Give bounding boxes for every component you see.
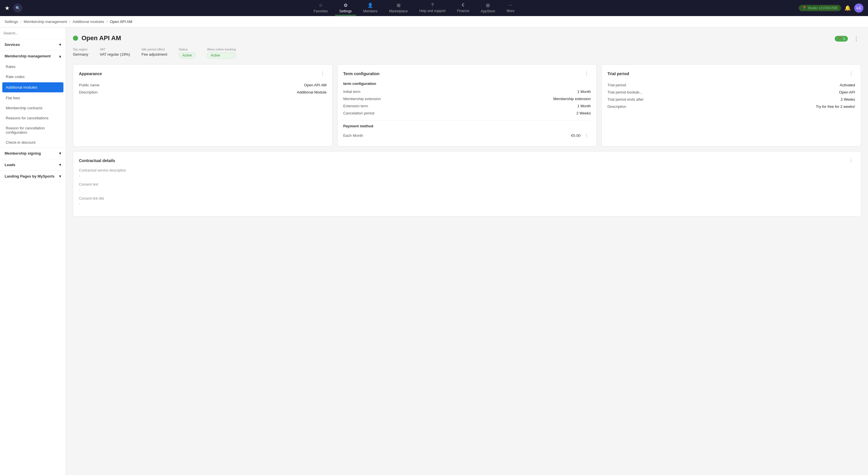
page-more-button[interactable]: ⋮ bbox=[851, 34, 861, 43]
trial-period-value: Activated bbox=[840, 83, 855, 87]
payment-frequency-label: Each Month bbox=[343, 133, 363, 138]
term-card-divider bbox=[343, 120, 591, 121]
breadcrumb-additional-modules[interactable]: Additional modules bbox=[73, 20, 104, 24]
breadcrumb-sep-3: / bbox=[106, 20, 107, 24]
nav-finance-label: Finance bbox=[457, 9, 469, 13]
nav-members-label: Members bbox=[363, 9, 377, 13]
breadcrumb-settings[interactable]: Settings bbox=[5, 20, 18, 24]
membership-management-chevron-icon: ▴ bbox=[59, 54, 61, 58]
initial-term-row: Initial term 1 Month bbox=[343, 88, 591, 95]
page-header-left: Open API AM bbox=[73, 34, 121, 42]
payment-row: Each Month €5.00 ⋮ bbox=[343, 131, 591, 141]
meta-tax-region: Tax region Germany bbox=[73, 47, 88, 59]
consent-text-value: - bbox=[79, 188, 855, 192]
sidebar-item-reason-config[interactable]: Reason for cancellation configuration bbox=[0, 123, 66, 137]
consent-link-label: Consent link title bbox=[79, 197, 855, 201]
sidebar-search-input[interactable] bbox=[3, 31, 62, 35]
nav-right-section: 📍 Studio 1210001590 🔔 LC bbox=[799, 3, 863, 12]
membership-signing-chevron-icon: ▾ bbox=[59, 151, 61, 156]
page-header-right: 📍 1 ⋮ bbox=[835, 34, 861, 43]
trial-period-label: Trial period bbox=[608, 83, 626, 87]
studio-badge[interactable]: 📍 Studio 1210001590 bbox=[799, 5, 841, 11]
breadcrumb-membership-management[interactable]: Membership management bbox=[24, 20, 67, 24]
sidebar-item-flat-fees[interactable]: Flat fees bbox=[0, 93, 66, 103]
trial-description-row: Description Try for free for 2 weeks! bbox=[608, 103, 855, 110]
sidebar-item-membership-contracts[interactable]: Membership contracts bbox=[0, 103, 66, 113]
trial-period-card-header: Trial period ⋮ bbox=[608, 70, 855, 77]
extension-term-value: 1 Month bbox=[577, 104, 591, 108]
sidebar-section-services: Services ▾ bbox=[0, 39, 66, 50]
sidebar-section-membership-signing: Membership signing ▾ bbox=[0, 148, 66, 159]
page-header: Open API AM 📍 1 ⋮ bbox=[73, 34, 861, 43]
avatar[interactable]: LC bbox=[854, 3, 863, 12]
contractual-service-desc-value: - bbox=[79, 173, 855, 178]
nav-marketplace[interactable]: ⊞ Marketplace bbox=[384, 1, 412, 15]
nav-favorites-label: Favorites bbox=[314, 9, 328, 13]
sidebar-item-rate-codes[interactable]: Rate codes bbox=[0, 72, 66, 82]
public-name-value: Open API AM bbox=[304, 83, 327, 87]
trial-ends-row: Trial period ends after 2 Weeks bbox=[608, 96, 855, 103]
finance-icon: € bbox=[462, 3, 464, 8]
location-pin-icon: 📍 bbox=[838, 37, 842, 41]
trial-period-card-title: Trial period bbox=[608, 71, 629, 76]
term-config-card-menu-button[interactable]: ⋮ bbox=[583, 70, 591, 77]
sidebar-membership-management-header[interactable]: Membership management ▴ bbox=[0, 50, 66, 62]
term-config-section-title: term configuration bbox=[343, 81, 591, 86]
notifications-button[interactable]: 🔔 bbox=[844, 5, 851, 11]
nav-items: ☆ Favorites ⚙ Settings 👤 Members ⊞ Marke… bbox=[29, 1, 799, 15]
trial-bookable-value: Open API bbox=[839, 90, 855, 94]
nav-appstore[interactable]: ⊞ AppStore bbox=[476, 1, 500, 15]
meta-tax-region-value: Germany bbox=[73, 52, 88, 57]
sidebar-item-rates[interactable]: Rates bbox=[0, 62, 66, 72]
breadcrumb-open-api-am: Open API AM bbox=[110, 20, 132, 24]
membership-extension-row: Membership extension Membership extensio… bbox=[343, 95, 591, 102]
global-search-button[interactable]: 🔍 bbox=[13, 3, 22, 12]
badge-count-value: 1 bbox=[843, 37, 845, 41]
trial-ends-value: 2 Weeks bbox=[841, 97, 855, 102]
consent-text-group: Consent text - bbox=[79, 182, 855, 192]
nav-more-label: More bbox=[507, 9, 515, 13]
meta-status: Status Active bbox=[179, 47, 196, 59]
sidebar-search-container bbox=[0, 28, 66, 39]
count-badge: 📍 1 bbox=[835, 36, 848, 42]
term-config-card: Term configuration ⋮ term configuration … bbox=[337, 64, 597, 146]
meta-tax-region-label: Tax region bbox=[73, 47, 88, 51]
sidebar-item-additional-modules[interactable]: Additional modules bbox=[2, 82, 63, 92]
sidebar-membership-signing-header[interactable]: Membership signing ▾ bbox=[0, 148, 66, 159]
nav-finance[interactable]: € Finance bbox=[453, 1, 474, 15]
nav-more[interactable]: ··· More bbox=[502, 1, 519, 15]
payment-method-title: Payment method bbox=[343, 124, 591, 128]
meta-vat: VAT VAT regular (19%) bbox=[100, 47, 130, 59]
nav-help[interactable]: ? Help and support bbox=[415, 1, 450, 15]
sidebar-services-header[interactable]: Services ▾ bbox=[0, 39, 66, 50]
sidebar-leads-header[interactable]: Leads ▾ bbox=[0, 159, 66, 170]
contractual-card-menu-button[interactable]: ⋮ bbox=[847, 157, 855, 164]
sidebar-item-reasons-cancellations[interactable]: Reasons for cancellations bbox=[0, 113, 66, 123]
nav-settings[interactable]: ⚙ Settings bbox=[335, 1, 356, 15]
sidebar-section-membership-management: Membership management ▴ Rates Rate codes… bbox=[0, 50, 66, 148]
appearance-public-name-row: Public name Open API AM bbox=[79, 81, 327, 89]
nav-marketplace-label: Marketplace bbox=[389, 9, 408, 13]
meta-vat-value: VAT regular (19%) bbox=[100, 52, 130, 57]
cards-row: Appearance ⋮ Public name Open API AM Des… bbox=[73, 64, 861, 146]
nav-favorites[interactable]: ☆ Favorites bbox=[309, 1, 332, 15]
sidebar-services-label: Services bbox=[5, 42, 20, 47]
appstore-icon: ⊞ bbox=[486, 3, 490, 8]
sidebar-landing-pages-header[interactable]: Landing Pages by MySports ▾ bbox=[0, 171, 66, 182]
sidebar-item-check-in-discount[interactable]: Check-in discount bbox=[0, 137, 66, 147]
meta-idle-period-value: Fee adjustment bbox=[142, 52, 167, 57]
payment-row-menu-button[interactable]: ⋮ bbox=[583, 132, 591, 139]
trial-period-row: Trial period Activated bbox=[608, 81, 855, 89]
app-logo[interactable]: ★ bbox=[5, 5, 10, 11]
meta-allow-booking: Allow online booking Active bbox=[207, 47, 236, 59]
membership-extension-label: Membership extension bbox=[343, 97, 381, 101]
nav-members[interactable]: 👤 Members bbox=[359, 1, 382, 15]
sidebar-leads-label: Leads bbox=[5, 163, 16, 167]
trial-period-card-menu-button[interactable]: ⋮ bbox=[847, 70, 855, 77]
cancellation-period-value: 2 Weeks bbox=[577, 111, 591, 115]
meta-idle-period-label: Idle period effect bbox=[142, 47, 167, 51]
breadcrumb-sep-1: / bbox=[20, 20, 22, 24]
main-layout: Services ▾ Membership management ▴ Rates… bbox=[0, 28, 868, 475]
appearance-card-menu-button[interactable]: ⋮ bbox=[319, 70, 327, 77]
sidebar-membership-signing-label: Membership signing bbox=[5, 151, 41, 156]
